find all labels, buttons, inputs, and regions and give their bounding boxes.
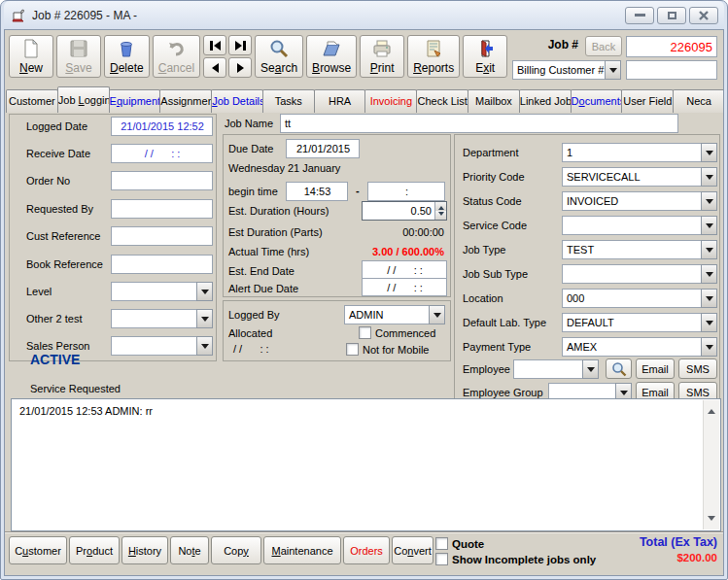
exit-button[interactable]: Exit bbox=[463, 35, 507, 78]
orders-button[interactable]: Orders bbox=[343, 536, 390, 564]
dropdown-button[interactable] bbox=[196, 309, 213, 328]
dropdown-button[interactable] bbox=[196, 336, 213, 356]
tab-check-list[interactable]: Check List bbox=[416, 89, 468, 113]
dropdown-button[interactable] bbox=[701, 216, 717, 235]
due-date-field[interactable]: 21/01/2015 bbox=[286, 139, 360, 158]
employee-dropdown[interactable] bbox=[513, 359, 599, 379]
job-number-field[interactable]: 226095 bbox=[626, 36, 717, 57]
dropdown-button[interactable] bbox=[701, 337, 717, 357]
tab-mailbox[interactable]: Mailbox bbox=[468, 89, 520, 113]
note-button[interactable]: Note bbox=[170, 536, 209, 564]
dropdown-button[interactable] bbox=[701, 313, 717, 332]
tab-user-field[interactable]: User Field bbox=[621, 89, 674, 113]
logged-date-field[interactable]: 21/01/2015 12:52 bbox=[111, 117, 213, 136]
employee-email-button[interactable]: Email bbox=[636, 358, 675, 379]
payment-type-dropdown[interactable]: AMEX bbox=[562, 337, 717, 357]
order-no-field[interactable] bbox=[111, 171, 213, 190]
browse-button[interactable]: Browse bbox=[306, 35, 357, 78]
dropdown-button[interactable] bbox=[701, 264, 717, 284]
back-button[interactable]: Back bbox=[585, 36, 622, 56]
codes-group: Department 1 Priority Code SERVICECALL S… bbox=[454, 134, 720, 406]
receive-date-field[interactable]: / / : : bbox=[111, 144, 213, 163]
priority-code-dropdown[interactable]: SERVICECALL bbox=[562, 167, 717, 187]
product-button[interactable]: Product bbox=[69, 536, 120, 564]
title-bar[interactable]: Job # 226095 - MA - bbox=[4, 1, 724, 29]
logged-by-dropdown[interactable]: ADMIN bbox=[344, 305, 445, 324]
job-sub-type-dropdown[interactable] bbox=[562, 264, 717, 284]
level-dropdown[interactable] bbox=[111, 282, 213, 301]
commenced-checkbox[interactable] bbox=[359, 326, 371, 339]
est-duration-hours-spinbox[interactable]: 0.50 bbox=[362, 201, 447, 221]
convert-button[interactable]: Convert bbox=[392, 536, 433, 564]
copy-button[interactable]: Copy bbox=[211, 536, 261, 564]
requested-by-field[interactable] bbox=[111, 199, 213, 219]
tab-linked-job[interactable]: Linked Job bbox=[519, 89, 572, 113]
restore-button[interactable] bbox=[657, 7, 686, 24]
sales-person-dropdown[interactable] bbox=[111, 336, 213, 356]
show-incomplete-checkbox[interactable] bbox=[435, 553, 448, 565]
alert-due-date-field[interactable]: / / : : bbox=[362, 278, 447, 296]
next-record-button[interactable] bbox=[228, 57, 252, 78]
spin-up-button[interactable] bbox=[435, 202, 446, 211]
tab-job-loggin[interactable]: Job Loggin bbox=[57, 86, 110, 113]
vertical-scrollbar[interactable] bbox=[703, 400, 719, 529]
service-requested-textarea[interactable]: 21/01/2015 12:53 ADMIN: rr bbox=[11, 398, 721, 531]
employee-sms-button[interactable]: SMS bbox=[678, 358, 717, 379]
tab-tasks[interactable]: Tasks bbox=[262, 89, 315, 113]
tab-documents[interactable]: Documents bbox=[571, 89, 623, 113]
dropdown-button[interactable] bbox=[582, 359, 599, 379]
status-code-dropdown[interactable]: INVOICED bbox=[562, 191, 717, 211]
previous-record-button[interactable] bbox=[203, 57, 226, 78]
begin-time-field[interactable]: 14:53 bbox=[286, 182, 348, 201]
dropdown-button[interactable] bbox=[605, 60, 621, 80]
maintenance-button[interactable]: Maintenance bbox=[263, 536, 341, 564]
chevron-down-icon bbox=[433, 313, 441, 322]
cancel-button[interactable]: Cancel bbox=[153, 35, 200, 78]
dropdown-button[interactable] bbox=[701, 289, 717, 308]
job-name-field[interactable]: tt bbox=[280, 114, 678, 133]
billing-customer-field[interactable] bbox=[626, 60, 717, 80]
tab-assignment[interactable]: Assignmen bbox=[159, 89, 212, 113]
cust-reference-field[interactable] bbox=[111, 226, 213, 246]
default-lab-type-dropdown[interactable]: DEFAULT bbox=[562, 313, 717, 332]
est-end-date-field[interactable]: / / : : bbox=[362, 260, 447, 279]
first-record-button[interactable] bbox=[203, 35, 226, 55]
new-button[interactable]: New bbox=[9, 35, 53, 78]
minimize-button[interactable] bbox=[625, 7, 654, 24]
history-button[interactable]: History bbox=[121, 536, 168, 564]
reports-button[interactable]: Reports bbox=[407, 35, 460, 78]
dropdown-button[interactable] bbox=[196, 282, 213, 301]
not-for-mobile-checkbox[interactable] bbox=[346, 343, 359, 356]
delete-button[interactable]: Delete bbox=[104, 35, 150, 78]
print-button[interactable]: Print bbox=[360, 35, 404, 78]
spin-down-button[interactable] bbox=[435, 211, 446, 220]
billing-customer-selector[interactable]: Billing Customer # bbox=[512, 60, 621, 80]
tab-invoicing[interactable]: Invoicing bbox=[364, 89, 417, 113]
end-time-field[interactable]: : bbox=[367, 182, 445, 201]
location-dropdown[interactable]: 000 bbox=[562, 289, 717, 308]
department-dropdown[interactable]: 1 bbox=[562, 143, 717, 162]
employee-search-button[interactable] bbox=[606, 358, 632, 379]
dropdown-button[interactable] bbox=[701, 143, 717, 162]
tab-neca[interactable]: Neca bbox=[673, 89, 724, 113]
save-button[interactable]: Save bbox=[56, 35, 101, 78]
tab-hra[interactable]: HRA bbox=[314, 89, 366, 113]
tab-job-details[interactable]: Job Details bbox=[211, 89, 263, 113]
close-button[interactable] bbox=[689, 7, 718, 24]
other-2-test-dropdown[interactable] bbox=[111, 309, 213, 328]
quote-checkbox[interactable] bbox=[435, 537, 448, 550]
service-code-dropdown[interactable] bbox=[562, 216, 717, 235]
tab-customer[interactable]: Customer bbox=[6, 89, 58, 113]
tab-strip: Customer Job Loggin Equipment Assignmen … bbox=[6, 86, 724, 113]
last-record-button[interactable] bbox=[228, 35, 252, 55]
book-reference-field[interactable] bbox=[111, 255, 213, 274]
search-button[interactable]: Search bbox=[255, 35, 303, 78]
payment-type-label: Payment Type bbox=[463, 341, 531, 353]
dropdown-button[interactable] bbox=[429, 305, 445, 324]
job-type-dropdown[interactable]: TEST bbox=[562, 240, 717, 259]
dropdown-button[interactable] bbox=[701, 191, 717, 211]
dropdown-button[interactable] bbox=[701, 240, 717, 259]
dropdown-button[interactable] bbox=[701, 167, 717, 187]
customer-button[interactable]: Customer bbox=[9, 536, 67, 564]
tab-equipment[interactable]: Equipment bbox=[109, 89, 161, 113]
